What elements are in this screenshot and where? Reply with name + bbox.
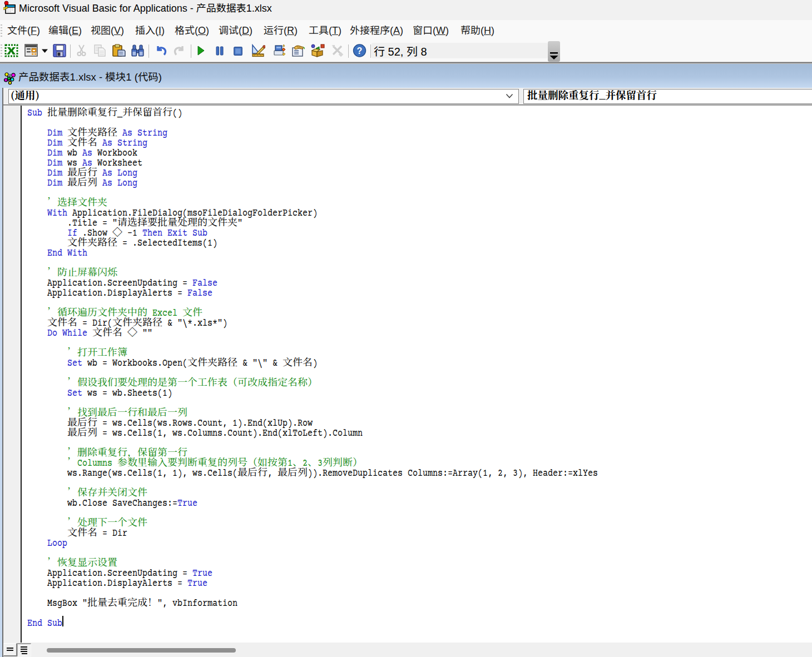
svg-text:?: ? [357, 46, 363, 56]
